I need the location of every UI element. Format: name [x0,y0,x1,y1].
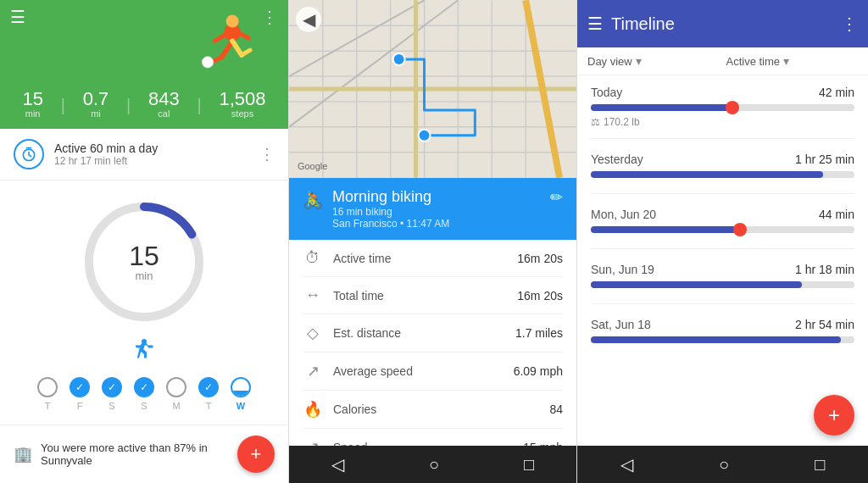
panel2-nav-bar: ◁ ○ □ [289,446,576,483]
bike-icon: 🚴 [303,190,324,210]
tl-back-nav-icon[interactable]: ◁ [620,454,633,475]
goal-text: Active 60 min a day 12 hr 17 min left [54,142,259,167]
timeline-header: ☰ Timeline ⋮ [577,0,868,47]
timeline-day-sun-jun19: Sun, Jun 19 1 hr 18 min [591,253,854,300]
mon-jun20-progress-container [591,226,854,233]
panel1-fitness: ☰ [0,0,288,483]
day-item-S1: ✓ S [102,377,122,411]
active-time-icon: ⏱ [303,249,323,267]
sat-jun18-progress-container [591,336,854,343]
hamburger-icon[interactable]: ☰ [10,7,25,27]
today-weight: ⚖ 170.2 lb [591,116,854,128]
tl-hamburger-icon[interactable]: ☰ [587,14,603,34]
timeline-day-today: Today 42 min ⚖ 170.2 lb [591,75,854,135]
stat-sep1: | [61,96,65,119]
goal-section[interactable]: Active 60 min a day 12 hr 17 min left ⋮ [0,129,288,180]
sun-jun19-value: 1 hr 18 min [795,263,854,276]
day-check-S2: ✓ [140,381,148,393]
day-check-S1: ✓ [108,381,116,393]
day-view-arrow: ▾ [636,54,642,68]
day-item-T1: T [37,377,58,411]
activity-title: Morning biking [332,188,449,206]
tl-title: Timeline [611,14,832,34]
edit-icon[interactable]: ✏ [550,188,563,207]
svg-point-1 [226,15,239,28]
back-nav-icon[interactable]: ◁ [331,454,344,475]
active-time-label: Active time [333,252,507,265]
day-circle-W [231,377,251,397]
today-progress-container [591,104,854,111]
timeline-content: Today 42 min ⚖ 170.2 lb Yesterday [577,75,868,446]
stat-distance-unit: mi [83,108,109,119]
day-indicators: T ✓ F ✓ S ✓ S [37,370,251,418]
avg-speed-value: 6.09 mph [514,364,563,378]
timeline-filters: Day view ▾ Active time ▾ [577,47,868,75]
yesterday-value: 1 hr 25 min [795,153,854,166]
mon-jun20-label: Mon, Jun 20 [591,208,656,221]
home-nav-icon[interactable]: ○ [429,455,439,475]
day-item-S2: ✓ S [134,377,154,411]
stat-calories-value: 843 [148,90,180,108]
panel3-timeline: ☰ Timeline ⋮ Day view ▾ Active time ▾ To… [576,0,868,483]
day-label-W: W [236,401,245,411]
tl-recent-nav-icon[interactable]: □ [815,455,825,475]
stat-minutes-unit: min [22,108,42,119]
stat-minutes: 15 min [22,90,42,119]
stat-row-active-time: ⏱ Active time 16m 20s [303,240,563,277]
day-circle-S1: ✓ [102,377,122,397]
goal-timer-icon [14,139,44,169]
stat-minutes-value: 15 [22,90,42,108]
active-time-value: 16m 20s [517,252,563,265]
svg-line-2 [222,41,233,57]
day-circle-S2: ✓ [134,377,154,397]
day-label-F: F [77,401,83,411]
distance-value: 1.7 miles [515,326,563,340]
goal-more-icon[interactable]: ⋮ [259,145,275,164]
tl-more-icon[interactable]: ⋮ [841,14,858,34]
tl-home-nav-icon[interactable]: ○ [719,455,729,475]
day-label-T1: T [45,401,51,411]
goal-title: Active 60 min a day [54,142,259,155]
mon-jun20-value: 44 min [819,208,854,221]
svg-point-8 [202,57,213,68]
yesterday-progress-container [591,171,854,178]
svg-point-31 [393,53,405,65]
circle-unit: min [129,269,159,282]
circle-value: 15 [129,242,159,269]
timeline-fab-button[interactable]: + [814,395,854,436]
calories-value: 84 [549,402,563,416]
svg-point-32 [419,130,431,142]
day-circle-F: ✓ [70,377,90,397]
sat-jun18-value: 2 hr 54 min [795,318,854,331]
recent-nav-icon[interactable]: □ [524,455,534,475]
metric-arrow: ▾ [783,54,789,68]
timeline-day-mon-jun20: Mon, Jun 20 44 min [591,197,854,245]
yesterday-progress-bar [591,171,823,178]
activity-header: 🚴 Morning biking 16 min biking San Franc… [289,178,576,240]
today-progress-dot [726,101,739,114]
today-label: Today [591,86,622,99]
day-label-M: M [172,401,180,411]
timeline-day-yesterday: Yesterday 1 hr 25 min [591,142,854,190]
stat-row-avg-speed: ↗ Average speed 6.09 mph [303,353,563,391]
notification-building-icon: 🏢 [14,445,32,464]
day-item-T2: ✓ T [198,377,219,411]
sun-jun19-progress-container [591,281,854,288]
stat-calories: 843 cal [148,90,180,119]
back-button[interactable]: ◀ [296,7,321,32]
day-item-M: M [166,377,186,411]
weight-value: 170.2 lb [604,116,640,128]
metric-dropdown[interactable]: Active time ▾ [726,54,859,68]
bottom-notification: 🏢 You were more active than 87% in Sunny… [0,425,288,483]
fab-add-button[interactable]: + [237,436,275,473]
walker-icon [129,336,159,370]
stat-steps: 1,508 steps [219,90,265,119]
avg-speed-label: Average speed [333,364,504,378]
day-view-dropdown[interactable]: Day view ▾ [587,54,720,68]
stat-sep2: | [126,96,131,119]
metric-label: Active time [726,55,781,68]
day-label-T2: T [206,401,212,411]
stat-sep3: | [198,96,202,119]
mon-jun20-progress-dot [733,223,747,236]
total-time-value: 16m 20s [517,289,563,303]
